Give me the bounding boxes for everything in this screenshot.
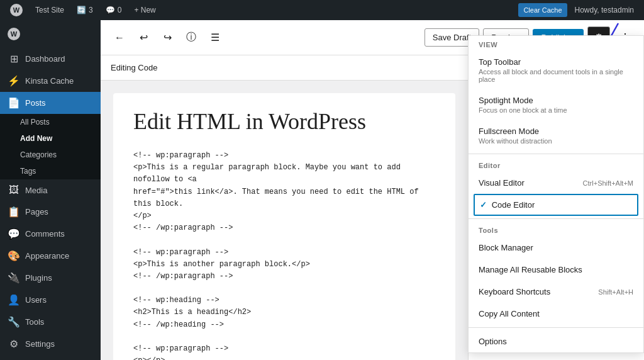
divider-2 xyxy=(469,218,643,219)
sidebar-item-tools[interactable]: 🔧 Tools xyxy=(0,311,101,333)
new-label: + New xyxy=(134,6,155,14)
sidebar-wp-logo[interactable]: W xyxy=(0,20,101,48)
spotlight-mode-desc: Focus on one block at a time xyxy=(479,106,633,114)
sidebar-item-kinsta-cache[interactable]: ⚡ Kinsta Cache xyxy=(0,70,101,92)
updates-item[interactable]: 🔄 3 xyxy=(72,0,98,20)
sidebar-item-media[interactable]: 🖼 Media xyxy=(0,179,101,201)
redo-button[interactable]: ↪ xyxy=(156,26,179,49)
comments-icon: 💬 xyxy=(8,228,20,240)
block-manager-item[interactable]: Block Manager xyxy=(469,237,643,259)
plugins-label: Plugins xyxy=(25,273,52,283)
site-name: Test Site xyxy=(35,6,64,14)
divider-1 xyxy=(469,154,643,154)
wp-logo: W xyxy=(10,4,23,16)
copy-all-content-item[interactable]: Copy All Content xyxy=(469,303,643,325)
settings-label: Settings xyxy=(25,339,55,349)
adminbar-right: Clear Cache Howdy, testadmin xyxy=(518,3,639,17)
options-label: Options xyxy=(479,337,507,346)
keyboard-shortcuts-item[interactable]: Keyboard Shortcuts Shift+Alt+H xyxy=(469,281,643,303)
users-icon: 👤 xyxy=(8,294,20,306)
clear-cache-button[interactable]: Clear Cache xyxy=(518,3,567,17)
list-view-button[interactable]: ☰ xyxy=(204,26,226,49)
post-title: Edit HTML in WordPress xyxy=(133,108,435,135)
sidebar-item-appearance[interactable]: 🎨 Appearance xyxy=(0,245,101,267)
wp-icon: W xyxy=(8,28,20,40)
sidebar-item-pages[interactable]: 📋 Pages xyxy=(0,201,101,223)
check-icon: ✓ xyxy=(480,200,487,210)
sidebar-item-posts[interactable]: 📄 Posts xyxy=(0,92,101,114)
info-button[interactable]: ⓘ xyxy=(180,26,203,49)
settings-icon: ⚙ xyxy=(8,338,20,350)
sidebar-sub-add-new[interactable]: Add New xyxy=(0,130,101,147)
back-button[interactable]: ← xyxy=(108,26,131,49)
code-block: Edit HTML in WordPress <!-- wp:paragraph… xyxy=(113,93,455,360)
toolbar-left: ← ↩ ↪ ⓘ ☰ xyxy=(108,26,422,49)
code-editor-label: ✓ Code Editor xyxy=(480,200,535,210)
options-dropdown: View Top Toolbar Access all block and do… xyxy=(468,81,644,353)
code-area[interactable]: Edit HTML in WordPress <!-- wp:paragraph… xyxy=(101,81,468,360)
pages-icon: 📋 xyxy=(8,206,20,218)
kinsta-label: Kinsta Cache xyxy=(25,76,74,86)
undo-button[interactable]: ↩ xyxy=(132,26,155,49)
manage-reusable-label: Manage All Reusable Blocks xyxy=(479,265,582,274)
comments-label: Comments xyxy=(25,229,65,239)
spotlight-mode-title: Spotlight Mode xyxy=(479,96,533,105)
sidebar-item-comments[interactable]: 💬 Comments xyxy=(0,223,101,245)
dashboard-label: Dashboard xyxy=(25,54,65,64)
keyboard-shortcuts-shortcut: Shift+Alt+H xyxy=(598,288,633,296)
comments-item[interactable]: 💬 0 xyxy=(101,0,127,20)
dashboard-icon: ⊞ xyxy=(8,53,20,65)
editor-section-label: Editor xyxy=(469,157,643,172)
media-icon: 🖼 xyxy=(8,184,20,196)
block-manager-label: Block Manager xyxy=(479,243,533,252)
admin-bar: W Test Site 🔄 3 💬 0 + New Clear Cache Ho… xyxy=(0,0,644,20)
code-editor-item[interactable]: ✓ Code Editor xyxy=(474,194,638,216)
updates-count: 3 xyxy=(89,6,93,14)
wp-logo-item[interactable]: W xyxy=(5,0,28,20)
tools-section-label: Tools xyxy=(469,222,643,237)
appearance-label: Appearance xyxy=(25,251,69,261)
sidebar-item-plugins[interactable]: 🔌 Plugins xyxy=(0,267,101,289)
manage-reusable-item[interactable]: Manage All Reusable Blocks xyxy=(469,259,643,281)
editing-code-label: Editing Code xyxy=(111,63,157,72)
users-label: Users xyxy=(25,295,47,305)
posts-submenu: All Posts Add New Categories Tags xyxy=(0,114,101,179)
tools-icon: 🔧 xyxy=(8,316,20,328)
tools-label: Tools xyxy=(25,317,44,327)
sidebar-sub-tags[interactable]: Tags xyxy=(0,163,101,179)
sidebar-item-dashboard[interactable]: ⊞ Dashboard xyxy=(0,48,101,70)
sidebar-item-users[interactable]: 👤 Users xyxy=(0,289,101,311)
top-toolbar-desc: Access all block and document tools in a… xyxy=(479,81,633,83)
visual-editor-label: Visual Editor xyxy=(479,178,525,188)
pages-label: Pages xyxy=(25,207,48,217)
media-label: Media xyxy=(25,186,47,195)
appearance-icon: 🎨 xyxy=(8,250,20,262)
options-item[interactable]: Options xyxy=(469,330,643,352)
code-content[interactable]: <!-- wp:paragraph --> <p>This is a regul… xyxy=(133,150,435,360)
collapse-menu[interactable]: ◀ Collapse menu xyxy=(0,355,101,360)
main-area: ← ↩ ↪ ⓘ ☰ Save Draft Preview Publish... … xyxy=(101,20,644,360)
posts-label: Posts xyxy=(25,98,46,108)
spotlight-mode-item[interactable]: Spotlight Mode Focus on one block at a t… xyxy=(469,89,643,120)
site-name-item[interactable]: Test Site xyxy=(30,0,69,20)
fullscreen-mode-title: Fullscreen Mode xyxy=(479,127,539,136)
posts-icon: 📄 xyxy=(8,97,20,109)
howdy-text: Howdy, testadmin xyxy=(570,6,639,14)
top-toolbar-item[interactable]: Top Toolbar Access all block and documen… xyxy=(469,81,643,89)
fullscreen-mode-desc: Work without distraction xyxy=(479,137,633,145)
copy-all-content-label: Copy All Content xyxy=(479,309,540,318)
redo-icon: ↪ xyxy=(164,31,172,43)
keyboard-shortcuts-label: Keyboard Shortcuts xyxy=(479,287,550,296)
new-post-item[interactable]: + New xyxy=(129,0,160,20)
fullscreen-mode-item[interactable]: Fullscreen Mode Work without distraction xyxy=(469,120,643,151)
back-icon: ← xyxy=(114,32,125,43)
undo-icon: ↩ xyxy=(140,31,148,43)
editor-content: Edit HTML in WordPress <!-- wp:paragraph… xyxy=(101,81,644,360)
sidebar-sub-categories[interactable]: Categories xyxy=(0,147,101,163)
info-icon: ⓘ xyxy=(186,31,196,44)
sidebar-item-settings[interactable]: ⚙ Settings xyxy=(0,333,101,355)
visual-editor-item[interactable]: Visual Editor Ctrl+Shift+Alt+M xyxy=(469,172,643,194)
plugins-icon: 🔌 xyxy=(8,272,20,284)
sidebar-sub-all-posts[interactable]: All Posts xyxy=(0,114,101,130)
comments-count: 0 xyxy=(118,6,122,14)
